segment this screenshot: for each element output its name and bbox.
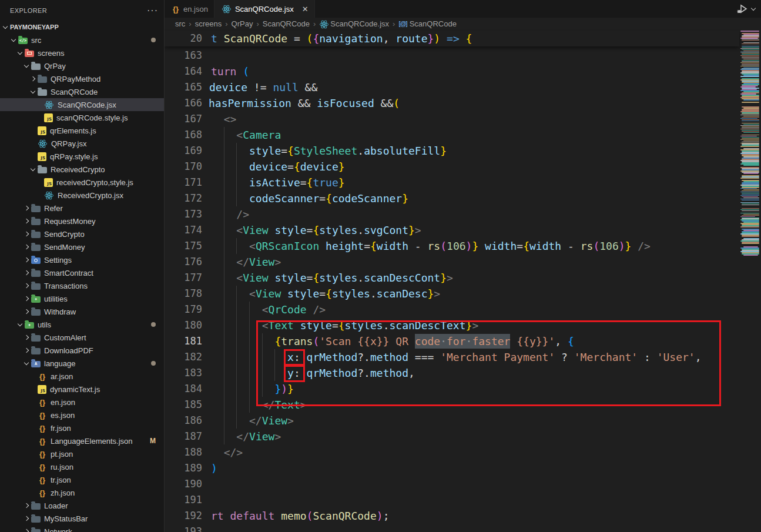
line-number[interactable]: 181 [165, 333, 202, 349]
line-number[interactable]: 169 [165, 143, 202, 159]
code-line-190[interactable]: 190 [165, 476, 761, 492]
breadcrumb-item-qrpay[interactable]: QrPay [232, 19, 253, 28]
code-line-186[interactable]: 186 </View> [165, 413, 761, 429]
tab-scanqrcode-jsx[interactable]: ScanQRCode.jsx✕ [214, 0, 315, 18]
line-number[interactable]: 175 [165, 238, 202, 254]
code-line-167[interactable]: 167 <> [165, 111, 761, 127]
line-number[interactable]: 170 [165, 159, 202, 175]
line-number[interactable]: 183 [165, 365, 202, 381]
run-dropdown-chevron-icon[interactable] [751, 5, 756, 10]
code-line-168[interactable]: 168 <Camera [165, 127, 761, 143]
tree-item-scanqrcode[interactable]: ScanQRCode [0, 85, 164, 98]
tree-item-refer[interactable]: Refer [0, 202, 164, 215]
code-line-182[interactable]: 182 x: qrMethod?.method === 'Merchant Pa… [165, 349, 761, 365]
line-number[interactable]: 185 [165, 397, 202, 413]
tree-item-utils[interactable]: +utils [0, 318, 164, 331]
line-number[interactable]: 186 [165, 413, 202, 429]
code-line-176[interactable]: 176 </View> [165, 254, 761, 270]
tree-item-sendmoney[interactable]: SendMoney [0, 240, 164, 253]
code-line-165[interactable]: 165device != null && [165, 79, 761, 95]
code-line-187[interactable]: 187 </View> [165, 429, 761, 444]
line-number[interactable]: 187 [165, 429, 202, 444]
line-number[interactable]: 164 [165, 63, 202, 79]
line-number[interactable]: 190 [165, 476, 202, 492]
code-line-163[interactable]: 163 [165, 48, 761, 63]
tree-item-loader[interactable]: Loader [0, 499, 164, 512]
code-line-178[interactable]: 178 <View style={styles.scanDesc}> [165, 286, 761, 302]
code-line-169[interactable]: 169 style={StyleSheet.absoluteFill} [165, 143, 761, 159]
tree-item-src[interactable]: </>src [0, 34, 164, 46]
breadcrumb-item-src[interactable]: src [175, 19, 185, 28]
tree-item-screens[interactable]: screens [0, 46, 164, 59]
line-number[interactable]: 176 [165, 254, 202, 270]
breadcrumb-item-scanqrcode[interactable]: [@]ScanQRCode [398, 19, 457, 28]
tree-item-ru-json[interactable]: {}ru.json [0, 460, 164, 473]
code-line-181[interactable]: 181 {trans('Scan {{x}} QR code·for·faste… [165, 333, 761, 349]
tree-item-languageelements-json[interactable]: {}LanguageElements.jsonM [0, 434, 164, 447]
code-line-191[interactable]: 191 [165, 492, 761, 508]
tree-item-transactions[interactable]: Transactions [0, 279, 164, 292]
line-number[interactable]: 192 [165, 508, 202, 524]
sticky-scroll-line[interactable]: 20t ScanQRCode = ({navigation, route}) =… [165, 31, 739, 46]
tree-item-downloadpdf[interactable]: DownloadPDF [0, 344, 164, 357]
tree-item-receivedcrypto-style-js[interactable]: JSreceivedCrypto,style.js [0, 176, 164, 189]
tree-item-requestmoney[interactable]: RequestMoney [0, 215, 164, 227]
line-number[interactable]: 191 [165, 492, 202, 508]
tree-item-en-json[interactable]: {}en.json [0, 396, 164, 409]
code-line-179[interactable]: 179 <QrCode /> [165, 302, 761, 317]
tab-en-json[interactable]: {}en.json [165, 0, 214, 18]
line-number[interactable]: 189 [165, 460, 202, 476]
code-line-173[interactable]: 173 /> [165, 206, 761, 222]
code-line-185[interactable]: 185 </Text> [165, 397, 761, 413]
tree-item-qrpaymethod[interactable]: QRPayMethod [0, 72, 164, 85]
breadcrumb-item-screens[interactable]: screens [195, 19, 222, 28]
line-number[interactable]: 166 [165, 95, 202, 111]
line-number[interactable]: 20 [165, 31, 202, 46]
tree-item-scanqrcode-style-js[interactable]: JSscanQRCode.style.js [0, 111, 164, 124]
line-number[interactable]: 184 [165, 381, 202, 397]
tree-item-qrpay-jsx[interactable]: QRPay.jsx [0, 137, 164, 150]
tree-item-zh-json[interactable]: {}zh.json [0, 486, 164, 499]
code-line-183[interactable]: 183 y: qrMethod?.method, [165, 365, 761, 381]
line-number[interactable]: 182 [165, 349, 202, 365]
line-number[interactable]: 172 [165, 190, 202, 206]
sticky-code-line[interactable]: 20t ScanQRCode = ({navigation, route}) =… [165, 31, 739, 46]
tree-item-qrpay-style-js[interactable]: JSqRPay.style.js [0, 150, 164, 163]
code-line-180[interactable]: 180 <Text style={styles.scanDescText}> [165, 317, 761, 333]
line-number[interactable]: 179 [165, 302, 202, 317]
tree-item-network[interactable]: Network [0, 525, 164, 532]
tree-item-mystatusbar[interactable]: MyStatusBar [0, 512, 164, 525]
tree-item-settings[interactable]: Settings [0, 253, 164, 266]
tree-item-ar-json[interactable]: {}ar.json [0, 370, 164, 383]
code-line-171[interactable]: 171 isActive={true} [165, 175, 761, 190]
code-editor[interactable]: 20t ScanQRCode = ({navigation, route}) =… [165, 29, 761, 532]
line-number[interactable]: 173 [165, 206, 202, 222]
line-number[interactable]: 171 [165, 175, 202, 190]
code-line-172[interactable]: 172 codeScanner={codeScanner} [165, 190, 761, 206]
minimap[interactable] [740, 31, 760, 532]
code-line-175[interactable]: 175 <QRScanIcon height={width - rs(106)}… [165, 238, 761, 254]
tree-item-utilities[interactable]: +utilities [0, 292, 164, 305]
line-number[interactable]: 177 [165, 270, 202, 286]
tree-item-receivedcrypto[interactable]: ReceivedCrypto [0, 163, 164, 176]
tree-item-fr-json[interactable]: {}fr.json [0, 421, 164, 434]
tree-item-dynamictext-js[interactable]: JSdynamicText.js [0, 383, 164, 396]
project-section-header[interactable]: PAYMONEYAPP [0, 21, 164, 34]
tree-item-scanqrcode-jsx[interactable]: ScanQRCode.jsx [0, 98, 164, 111]
tree-item-sendcrypto[interactable]: SendCrypto [0, 227, 164, 240]
code-line-193[interactable]: 193 [165, 524, 761, 532]
code-line-177[interactable]: 177 <View style={styles.scanDescCont}> [165, 270, 761, 286]
code-line-192[interactable]: 192rt default memo(ScanQRCode); [165, 508, 761, 524]
tree-item-withdraw[interactable]: Withdraw [0, 305, 164, 318]
more-actions-icon[interactable]: ··· [147, 8, 158, 14]
tree-item-es-json[interactable]: {}es.json [0, 409, 164, 421]
code-line-184[interactable]: 184 })} [165, 381, 761, 397]
run-or-debug-button[interactable] [736, 2, 750, 15]
code-line-174[interactable]: 174 <View style={styles.svgCont}> [165, 222, 761, 238]
tree-item-qrelements-js[interactable]: JSqrElements.js [0, 124, 164, 137]
code-line-170[interactable]: 170 device={device} [165, 159, 761, 175]
tree-item-smartcontract[interactable]: SmartContract [0, 266, 164, 279]
line-number[interactable]: 174 [165, 222, 202, 238]
breadcrumb-item-scanqrcode[interactable]: ScanQRCode [263, 19, 310, 28]
code-line-189[interactable]: 189) [165, 460, 761, 476]
